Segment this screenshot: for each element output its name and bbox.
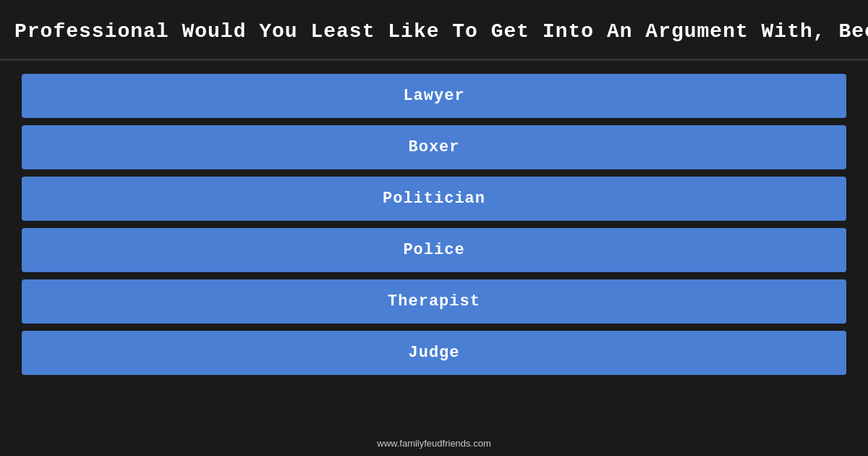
answer-button-1[interactable]: Lawyer	[22, 74, 846, 118]
answer-button-4[interactable]: Police	[22, 228, 846, 272]
footer-url: www.familyfeudfriends.com	[0, 432, 868, 456]
answer-button-6[interactable]: Judge	[22, 331, 846, 375]
question-text: Professional Would You Least Like To Get…	[14, 20, 868, 43]
answer-button-2[interactable]: Boxer	[22, 125, 846, 169]
answer-button-3[interactable]: Politician	[22, 177, 846, 221]
question-header: Professional Would You Least Like To Get…	[0, 0, 868, 61]
answer-button-5[interactable]: Therapist	[22, 279, 846, 324]
website-url: www.familyfeudfriends.com	[377, 438, 491, 449]
answers-container: LawyerBoxerPoliticianPoliceTherapistJudg…	[0, 61, 868, 432]
